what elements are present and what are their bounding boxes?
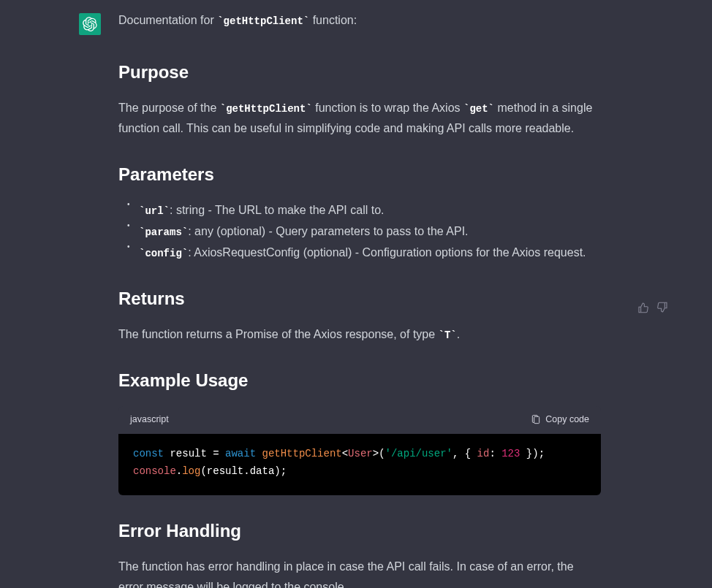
tok: result	[170, 448, 206, 459]
parameters-list: `url`: string - The URL to make the API …	[118, 200, 601, 263]
code-getHttpClient: `getHttpClient`	[220, 103, 312, 115]
tok: ;	[539, 448, 545, 459]
tok: =	[213, 448, 219, 459]
code-block: javascript Copy code const result = awai…	[118, 406, 601, 495]
intro-code: `getHttpClient`	[217, 15, 309, 27]
thumbs-up-icon	[637, 302, 649, 313]
tok: data	[250, 465, 275, 477]
intro-prefix: Documentation for	[118, 14, 217, 26]
tok: ;	[281, 465, 287, 477]
param-name: `url`	[139, 205, 170, 217]
text: .	[457, 328, 460, 340]
tok: 123	[501, 448, 520, 459]
text: function is to wrap the Axios	[312, 102, 463, 114]
param-desc: : string - The URL to make the API call …	[170, 204, 384, 216]
tok: {	[465, 448, 477, 459]
tok: .	[176, 465, 182, 477]
tok: (	[200, 465, 206, 477]
tok: )	[532, 448, 538, 459]
copy-label: Copy code	[545, 412, 589, 428]
param-name: `params`	[139, 226, 188, 238]
heading-returns: Returns	[118, 283, 601, 314]
code-header: javascript Copy code	[118, 406, 601, 434]
tok: console	[133, 465, 176, 477]
error-handling-text: The function has error handling in place…	[118, 557, 601, 588]
tok	[219, 448, 225, 459]
text: The function returns a Promise of the Ax…	[118, 328, 439, 340]
feedback-controls	[637, 15, 668, 588]
tok: }	[520, 448, 532, 459]
tok: User	[348, 448, 373, 459]
code-get: `get`	[463, 103, 494, 115]
tok: id	[477, 448, 490, 459]
list-item: `config`: AxiosRequestConfig (optional) …	[127, 243, 601, 264]
code-T: `T`	[439, 329, 457, 341]
tok: .	[243, 465, 249, 477]
code-content[interactable]: const result = await getHttpClient<User>…	[118, 434, 601, 495]
thumbs-down-button[interactable]	[656, 15, 668, 588]
clipboard-icon	[531, 415, 541, 425]
purpose-text: The purpose of the `getHttpClient` funct…	[118, 98, 601, 139]
returns-text: The function returns a Promise of the Ax…	[118, 324, 601, 345]
heading-error-handling: Error Handling	[118, 516, 601, 546]
tok: const	[133, 448, 164, 459]
svg-rect-0	[534, 417, 539, 424]
list-item: `params`: any (optional) - Query paramet…	[127, 221, 601, 243]
assistant-message-row: Documentation for `getHttpClient` functi…	[0, 0, 712, 588]
intro-line: Documentation for `getHttpClient` functi…	[118, 10, 601, 31]
heading-parameters: Parameters	[118, 159, 601, 190]
tok: (	[379, 448, 385, 459]
text: The purpose of the	[118, 102, 220, 114]
message-content: Documentation for `getHttpClient` functi…	[118, 10, 601, 588]
assistant-avatar	[79, 13, 101, 35]
openai-logo-icon	[83, 17, 97, 31]
tok: )	[274, 465, 280, 477]
tok: result	[207, 465, 243, 477]
heading-purpose: Purpose	[118, 57, 601, 88]
code-language-label: javascript	[130, 412, 169, 428]
thumbs-down-icon	[656, 302, 668, 313]
tok: >	[373, 448, 379, 459]
param-desc: : any (optional) - Query parameters to p…	[188, 225, 468, 237]
param-name: `config`	[139, 248, 188, 259]
thumbs-up-button[interactable]	[637, 15, 649, 588]
copy-code-button[interactable]: Copy code	[531, 412, 589, 428]
list-item: `url`: string - The URL to make the API …	[127, 200, 601, 221]
tok: log	[182, 465, 200, 477]
tok: getHttpClient	[262, 448, 341, 459]
tok: :	[489, 448, 501, 459]
tok: ,	[452, 448, 465, 459]
tok: '/api/user'	[385, 448, 452, 459]
tok: <	[342, 448, 348, 459]
param-desc: : AxiosRequestConfig (optional) - Config…	[188, 246, 586, 259]
heading-example: Example Usage	[118, 365, 601, 396]
tok	[207, 448, 213, 459]
intro-suffix: function:	[309, 14, 357, 26]
tok: await	[225, 448, 256, 459]
